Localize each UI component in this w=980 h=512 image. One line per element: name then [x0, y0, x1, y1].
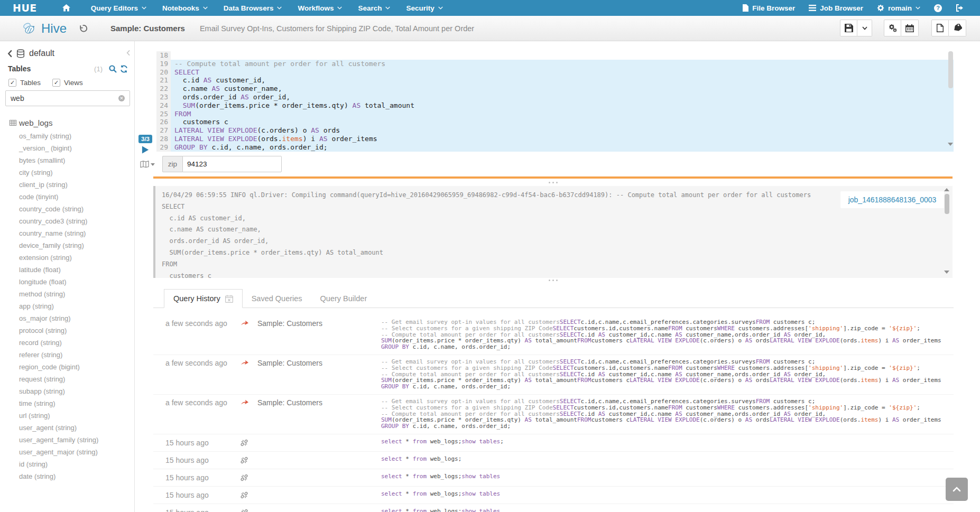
column-item[interactable]: date (string)	[19, 470, 98, 482]
filter-tables-checkbox[interactable]: ✓ Tables	[8, 79, 41, 87]
column-item[interactable]: bytes (smallint)	[19, 154, 98, 166]
editor-scrollbar[interactable]	[948, 51, 953, 88]
column-item[interactable]: subapp (string)	[19, 385, 98, 397]
history-sql-preview: select * from web_logs;show tables	[381, 473, 954, 480]
code-text: c.id AS customer_id,	[171, 76, 954, 85]
nav-menu-query-editors[interactable]: Query Editors	[83, 0, 154, 16]
nav-menu-data-browsers[interactable]: Data Browsers	[216, 0, 290, 16]
history-time: 15 hours ago	[165, 491, 228, 499]
execute-button[interactable]	[141, 145, 150, 154]
save-button[interactable]	[840, 20, 857, 36]
column-item[interactable]: record (string)	[19, 337, 98, 349]
column-item[interactable]: longitude (float)	[19, 276, 98, 288]
user-menu[interactable]: romain	[870, 0, 927, 16]
column-item[interactable]: region_code (bigint)	[19, 361, 98, 373]
sql-token: total_amount	[532, 377, 577, 384]
file-browser-button[interactable]: File Browser	[736, 0, 802, 16]
assist-panel: default Tables (1) ✓ Tables ✓ Views	[0, 41, 135, 512]
history-row[interactable]: 15 hours agoselect * from web_logs;show …	[153, 434, 954, 452]
column-item[interactable]: protocol (string)	[19, 324, 98, 337]
table-search-input[interactable]	[5, 90, 130, 106]
sql-token: AS	[892, 377, 899, 384]
line-number: 24	[156, 101, 171, 110]
settings-button[interactable]	[884, 20, 901, 36]
column-item[interactable]: referer (string)	[19, 349, 98, 361]
column-item[interactable]: time (string)	[19, 397, 98, 409]
clear-search-icon[interactable]: ✕	[118, 95, 125, 101]
column-item[interactable]: os_major (string)	[19, 312, 98, 324]
job-browser-button[interactable]: Job Browser	[802, 0, 870, 16]
editor-scroll-down-icon[interactable]	[948, 143, 953, 146]
sql-token: (ords.	[840, 337, 861, 344]
column-item[interactable]: app (string)	[19, 300, 98, 312]
search-icon[interactable]	[109, 65, 117, 73]
tab-saved-queries[interactable]: Saved Queries	[243, 289, 311, 308]
column-item[interactable]: user_agent_major (string)	[19, 446, 98, 458]
sql-token: ) i	[879, 377, 893, 384]
variable-value-input[interactable]	[182, 156, 282, 172]
history-row[interactable]: a few seconds agoSample: Customers-- Get…	[153, 395, 954, 434]
history-row[interactable]: 15 hours agoselect * from web_logs;show …	[153, 504, 954, 512]
tab-query-builder[interactable]: Query Builder	[311, 289, 376, 308]
query-history-icon[interactable]	[78, 24, 87, 33]
column-item[interactable]: id (string)	[19, 458, 98, 470]
sql-code-editor[interactable]: 1819-- Compute total amount per order fo…	[156, 51, 954, 152]
history-row[interactable]: a few seconds agoSample: Customers-- Get…	[153, 315, 954, 355]
filter-views-checkbox[interactable]: ✓ Views	[52, 79, 83, 87]
column-item[interactable]: device_family (string)	[19, 239, 98, 252]
column-item[interactable]: request (string)	[19, 373, 98, 385]
column-item[interactable]: user_agent_family (string)	[19, 434, 98, 446]
schedule-button[interactable]	[901, 20, 919, 36]
column-item[interactable]: country_name (string)	[19, 227, 98, 239]
sql-token: AS	[892, 416, 899, 423]
column-item[interactable]: client_ip (string)	[19, 179, 98, 191]
chevron-down-icon	[203, 6, 208, 10]
tags-button[interactable]	[949, 20, 966, 36]
variables-menu-button[interactable]	[140, 161, 155, 168]
column-item[interactable]: code (tinyint)	[19, 191, 98, 203]
calendar-x-icon[interactable]	[225, 295, 233, 303]
refresh-icon[interactable]	[120, 65, 128, 73]
app-name[interactable]: Hive	[41, 21, 67, 36]
collapse-sidebar-icon[interactable]	[126, 50, 130, 56]
log-scroll-down-icon[interactable]	[944, 271, 949, 274]
column-item[interactable]: country_code3 (string)	[19, 215, 98, 227]
column-item[interactable]: extension (string)	[19, 252, 98, 264]
database-name[interactable]: default	[29, 49, 54, 58]
hue-logo[interactable]: HUE	[13, 2, 37, 14]
scroll-to-top-button[interactable]	[946, 478, 968, 501]
nav-menu-search[interactable]: Search	[350, 0, 398, 16]
table-web-logs[interactable]: web_logs	[10, 118, 52, 127]
history-row[interactable]: 15 hours agoselect * from web_logs;	[153, 452, 954, 469]
column-item[interactable]: user_agent (string)	[19, 422, 98, 434]
column-item[interactable]: city (string)	[19, 166, 98, 179]
column-item[interactable]: _version_ (bigint)	[19, 142, 98, 154]
resize-handle-top[interactable]	[549, 182, 558, 183]
history-row[interactable]: a few seconds agoSample: Customers-- Get…	[153, 355, 954, 395]
column-item[interactable]: os_family (string)	[19, 130, 98, 142]
help-button[interactable]: ?	[927, 0, 949, 16]
sql-token: GROUP BY	[381, 423, 409, 430]
column-item[interactable]: country_code (string)	[19, 203, 98, 215]
history-time: 15 hours ago	[165, 473, 228, 482]
back-chevron-icon[interactable]	[7, 50, 12, 58]
column-item[interactable]: url (string)	[19, 409, 98, 422]
tab-query-history[interactable]: Query History	[164, 289, 243, 308]
new-query-button[interactable]	[931, 20, 949, 36]
log-scrollbar[interactable]	[945, 194, 949, 214]
editor-line: 20SELECT	[156, 68, 954, 77]
column-item[interactable]: method (string)	[19, 288, 98, 300]
nav-menu-notebooks[interactable]: Notebooks	[154, 0, 216, 16]
nav-menu-security[interactable]: Security	[398, 0, 450, 16]
logout-button[interactable]	[949, 0, 970, 16]
job-link[interactable]: job_1461888648136_0003	[848, 196, 937, 204]
log-scroll-up-icon[interactable]	[944, 188, 949, 191]
save-dropdown-button[interactable]	[857, 20, 872, 36]
history-row[interactable]: 15 hours agoselect * from web_logs;show …	[153, 487, 954, 504]
home-button[interactable]	[55, 0, 78, 16]
column-item[interactable]: latitude (float)	[19, 264, 98, 276]
nav-menu-workflows[interactable]: Workflows	[290, 0, 350, 16]
history-row[interactable]: 15 hours agoselect * from web_logs;show …	[153, 469, 954, 487]
sql-token: ) i	[879, 416, 893, 423]
resize-handle-bottom[interactable]	[549, 280, 558, 281]
